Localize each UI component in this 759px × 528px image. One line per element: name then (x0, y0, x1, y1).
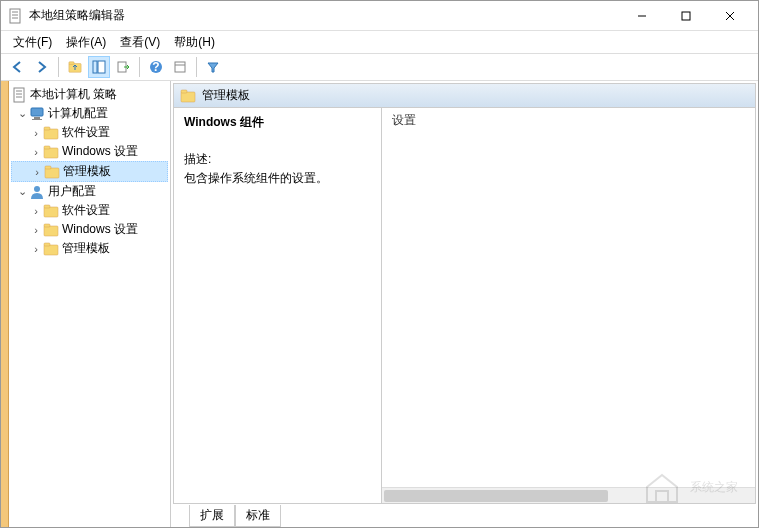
svg-rect-23 (93, 61, 97, 73)
detail-desc-label: 描述: (184, 151, 371, 168)
forward-button[interactable] (31, 56, 53, 78)
toolbar-separator (139, 57, 140, 77)
left-decorative-strip (1, 81, 9, 527)
back-button[interactable] (7, 56, 29, 78)
tree-panel: 本地计算机 策略 ⌄ 计算机配置 › 软件设置 › Windows 设置 › 管… (9, 81, 171, 527)
tabs-row: 扩展 标准 (171, 505, 758, 527)
detail-pane: Windows 组件 描述: 包含操作系统组件的设置。 (174, 108, 382, 503)
tree-cc-templates[interactable]: › 管理模板 (11, 161, 168, 182)
settings-column-header[interactable]: 设置 (382, 108, 755, 131)
properties-button[interactable] (169, 56, 191, 78)
minimize-button[interactable] (620, 2, 664, 30)
toolbar-separator (196, 57, 197, 77)
tree-label: Windows 设置 (62, 221, 138, 238)
svg-rect-28 (175, 62, 185, 72)
detail-desc-text: 包含操作系统组件的设置。 (184, 170, 371, 187)
export-button[interactable] (112, 56, 134, 78)
expand-icon[interactable]: › (29, 146, 43, 158)
folder-icon (43, 144, 59, 160)
tree-label: 本地计算机 策略 (30, 86, 117, 103)
show-tree-button[interactable] (88, 56, 110, 78)
app-icon (7, 8, 23, 24)
tree-cc-software[interactable]: › 软件设置 (11, 123, 168, 142)
collapse-icon[interactable]: ⌄ (15, 107, 29, 120)
titlebar: 本地组策略编辑器 (1, 1, 758, 31)
doc-icon (11, 87, 27, 103)
tree-user-config[interactable]: ⌄ 用户配置 (11, 182, 168, 201)
svg-rect-24 (98, 61, 105, 73)
folder-icon (43, 125, 59, 141)
expand-icon[interactable]: › (29, 205, 43, 217)
tree-label: 软件设置 (62, 124, 110, 141)
tree-cc-windows[interactable]: › Windows 设置 (11, 142, 168, 161)
tree-label: 软件设置 (62, 202, 110, 219)
folder-icon (180, 88, 196, 104)
detail-title: Windows 组件 (184, 114, 371, 131)
menu-action[interactable]: 操作(A) (60, 32, 112, 53)
expand-icon[interactable]: › (29, 243, 43, 255)
menu-file[interactable]: 文件(F) (7, 32, 58, 53)
help-button[interactable]: ? (145, 56, 167, 78)
tree-label: Windows 设置 (62, 143, 138, 160)
menubar: 文件(F) 操作(A) 查看(V) 帮助(H) (1, 31, 758, 53)
folder-icon (44, 164, 60, 180)
folder-icon (43, 241, 59, 257)
toolbar: ? (1, 53, 758, 81)
content-header: 管理模板 (174, 84, 755, 108)
expand-icon[interactable]: › (29, 127, 43, 139)
menu-help[interactable]: 帮助(H) (168, 32, 221, 53)
tree-uc-windows[interactable]: › Windows 设置 (11, 220, 168, 239)
filter-button[interactable] (202, 56, 224, 78)
settings-list (382, 131, 755, 487)
tree-root[interactable]: 本地计算机 策略 (11, 85, 168, 104)
tree-label: 管理模板 (62, 240, 110, 257)
tree-uc-software[interactable]: › 软件设置 (11, 201, 168, 220)
close-button[interactable] (708, 2, 752, 30)
svg-rect-20 (682, 12, 690, 20)
folder-icon (43, 203, 59, 219)
up-button[interactable] (64, 56, 86, 78)
content-header-title: 管理模板 (202, 87, 250, 104)
collapse-icon[interactable]: ⌄ (15, 185, 29, 198)
tab-extended[interactable]: 扩展 (189, 505, 235, 527)
expand-icon[interactable]: › (29, 224, 43, 236)
menu-view[interactable]: 查看(V) (114, 32, 166, 53)
horizontal-scrollbar[interactable] (382, 487, 755, 503)
maximize-button[interactable] (664, 2, 708, 30)
content-panel: 管理模板 Windows 组件 描述: 包含操作系统组件的设置。 设置 (173, 83, 756, 504)
folder-icon (43, 222, 59, 238)
tree-computer-config[interactable]: ⌄ 计算机配置 (11, 104, 168, 123)
expand-icon[interactable]: › (30, 166, 44, 178)
tree-label: 管理模板 (63, 163, 111, 180)
tab-standard[interactable]: 标准 (235, 505, 281, 527)
toolbar-separator (58, 57, 59, 77)
svg-text:?: ? (152, 60, 159, 74)
tree-label: 用户配置 (48, 183, 96, 200)
user-icon (29, 184, 45, 200)
window-title: 本地组策略编辑器 (29, 7, 620, 24)
scrollbar-thumb[interactable] (384, 490, 608, 502)
tree-label: 计算机配置 (48, 105, 108, 122)
computer-icon (29, 106, 45, 122)
tree-uc-templates[interactable]: › 管理模板 (11, 239, 168, 258)
